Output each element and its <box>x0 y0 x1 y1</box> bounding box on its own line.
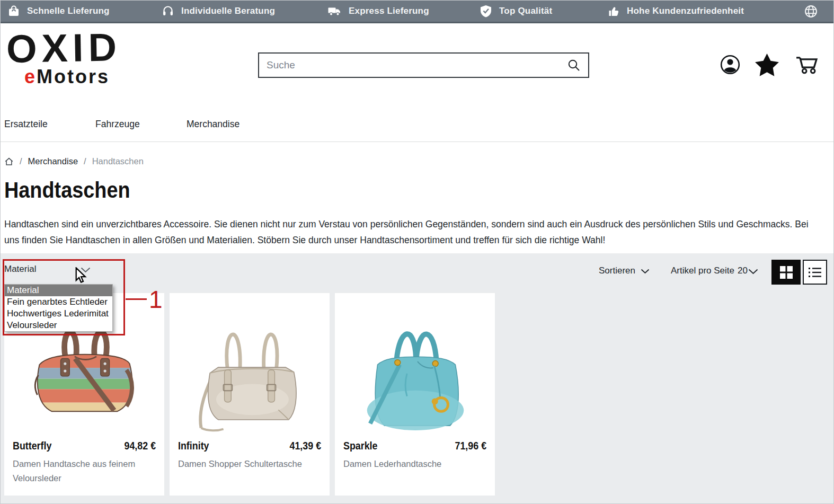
globe-icon <box>804 4 818 19</box>
material-filter-select[interactable]: Material <box>4 264 36 275</box>
account-button[interactable] <box>720 54 741 77</box>
search-button[interactable] <box>567 58 581 72</box>
top-service-bar: Schnelle Lieferung Individuelle Beratung… <box>0 0 834 23</box>
header: OXID eMotors Ersatzteile Fahrzeuge Merch… <box>0 23 834 142</box>
nav-item-ersatzteile[interactable]: Ersatzteile <box>4 119 48 130</box>
shop-logo[interactable]: OXID eMotors <box>6 28 121 88</box>
account-icon <box>720 54 741 75</box>
product-description: Damen Lederhandtasche <box>343 457 486 471</box>
product-name: Infinity <box>178 439 209 452</box>
chevron-down-icon[interactable] <box>641 269 650 274</box>
search-box <box>258 52 589 78</box>
product-name: Butterfly <box>13 439 51 452</box>
product-price: 41,39 € <box>289 439 321 452</box>
search-input[interactable] <box>259 54 567 77</box>
service-item-express: Express Lieferung <box>327 0 429 22</box>
chevron-down-icon[interactable] <box>81 267 91 273</box>
nav-item-merchandise[interactable]: Merchandise <box>187 119 239 130</box>
breadcrumb-separator: / <box>84 156 86 166</box>
service-item-fast-delivery: Schnelle Lieferung <box>7 0 110 22</box>
page-title: Handtaschen <box>4 177 130 203</box>
service-item-label: Express Lieferung <box>349 6 429 16</box>
per-page-label: Artikel pro Seite <box>671 266 734 276</box>
breadcrumb-separator: / <box>20 156 22 166</box>
headset-icon <box>162 5 174 17</box>
cart-button[interactable] <box>795 52 818 78</box>
service-item-label: Schnelle Lieferung <box>27 6 110 16</box>
turquoise-handbag-image <box>353 303 476 434</box>
thumbs-up-icon <box>607 5 620 17</box>
home-link[interactable] <box>4 157 14 166</box>
dropdown-option-material[interactable]: Material <box>5 285 112 296</box>
sort-select[interactable]: Sortieren <box>599 266 635 276</box>
service-item-satisfaction: Hohe Kundenzufriedenheit <box>607 0 744 22</box>
grid-view-button[interactable] <box>771 260 801 285</box>
product-info: Infinity 41,39 € Damen Shopper Schultert… <box>170 434 330 471</box>
beige-handbag-image <box>190 308 309 434</box>
nav-item-fahrzeuge[interactable]: Fahrzeuge <box>95 119 140 130</box>
breadcrumb-current: Handtaschen <box>92 156 144 166</box>
product-name: Sparkle <box>343 439 378 452</box>
dropdown-option-echtleder[interactable]: Fein genarbtes Echtleder <box>5 296 112 308</box>
product-price: 71,96 € <box>455 439 486 452</box>
product-price: 94,82 € <box>124 439 156 452</box>
logo-text-oxid: OXID <box>6 26 121 69</box>
service-item-label: Individuelle Beratung <box>181 6 275 16</box>
star-icon <box>755 54 779 76</box>
grid-view-icon <box>779 266 793 279</box>
service-item-quality: Top Qualität <box>480 0 552 22</box>
product-image <box>170 293 330 434</box>
product-card-sparkle[interactable]: Sparkle 71,96 € Damen Lederhandtasche <box>335 293 495 496</box>
wishlist-button[interactable] <box>755 54 779 78</box>
shield-check-icon <box>480 5 492 17</box>
breadcrumb: / Merchandise / Handtaschen <box>4 156 144 166</box>
service-item-consulting: Individuelle Beratung <box>162 0 275 22</box>
product-listing-area: Material Material Fein genarbtes Echtled… <box>0 253 834 504</box>
material-filter-dropdown: Material Fein genarbtes Echtleder Hochwe… <box>4 284 113 332</box>
service-item-label: Hohe Kundenzufriedenheit <box>627 6 744 16</box>
search-icon <box>567 58 581 72</box>
list-view-icon <box>808 266 822 279</box>
product-description: Damen Shopper Schultertasche <box>178 457 321 471</box>
language-selector[interactable] <box>804 4 818 21</box>
product-card-infinity[interactable]: Infinity 41,39 € Damen Shopper Schultert… <box>170 293 330 496</box>
cart-icon <box>795 52 818 76</box>
chevron-down-icon[interactable] <box>748 269 758 275</box>
dropdown-option-veloursleder[interactable]: Veloursleder <box>5 320 112 331</box>
shopping-bag-icon <box>7 5 20 17</box>
per-page-select[interactable]: Artikel pro Seite 20 <box>671 266 748 276</box>
main-nav: Ersatzteile Fahrzeuge Merchandise <box>0 119 834 135</box>
product-description: Damen Handtasche aus feinem Veloursleder <box>13 457 156 485</box>
truck-icon <box>327 5 342 17</box>
dropdown-option-lederimitat[interactable]: Hochwertiges Lederimitat <box>5 308 112 320</box>
category-description: Handtaschen sind ein unverzichtbares Acc… <box>4 217 815 248</box>
breadcrumb-merchandise[interactable]: Merchandise <box>28 156 78 166</box>
list-view-button[interactable] <box>803 260 827 285</box>
per-page-value: 20 <box>738 266 748 276</box>
product-info: Butterfly 94,82 € Damen Handtasche aus f… <box>4 434 164 485</box>
service-item-label: Top Qualität <box>499 6 552 16</box>
product-info: Sparkle 71,96 € Damen Lederhandtasche <box>335 434 495 471</box>
product-image <box>335 293 495 434</box>
home-icon <box>4 157 14 166</box>
